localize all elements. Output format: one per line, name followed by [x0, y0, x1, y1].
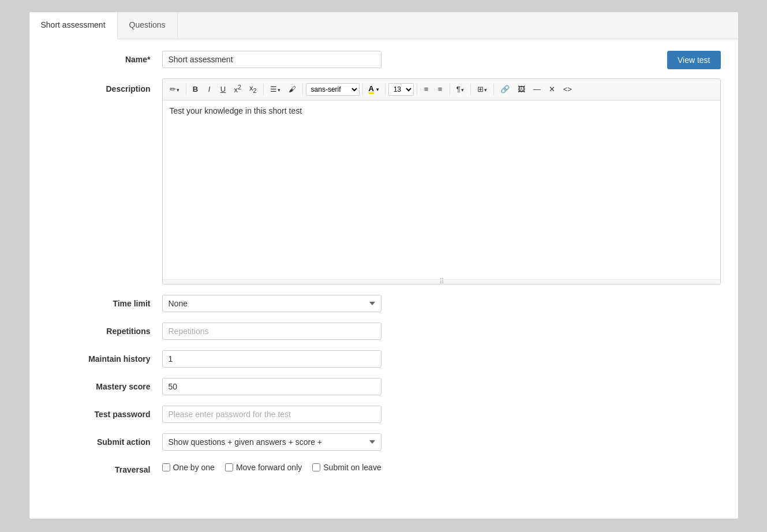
bold-button[interactable]: B [189, 83, 202, 96]
time-limit-select[interactable]: None 5 minutes 10 minutes 15 minutes 30 … [162, 295, 381, 312]
repetitions-input[interactable] [162, 323, 381, 340]
font-select[interactable]: sans-serif serif monospace [306, 83, 360, 96]
tab-questions[interactable]: Questions [118, 12, 178, 39]
submit-action-select[interactable]: Show questions + given answers + score +… [162, 433, 381, 451]
link-button[interactable]: 🔗 [497, 83, 513, 96]
mastery-score-row: Mastery score [47, 378, 721, 395]
align-button[interactable]: ☰ [267, 83, 284, 96]
description-label: Description [47, 78, 162, 93]
table-button[interactable]: ⊞ [474, 83, 491, 96]
sep-6 [417, 84, 417, 95]
editor-resize-handle[interactable] [163, 279, 720, 284]
name-label: Name* [47, 51, 162, 64]
maintain-history-row: Maintain history [47, 350, 721, 368]
traversal-label: Traversal [47, 461, 162, 474]
sep-4 [362, 84, 363, 95]
sep-3 [302, 84, 303, 95]
hr-button[interactable]: — [530, 83, 544, 96]
font-size-select[interactable]: 13 10 11 12 14 16 18 [388, 83, 414, 96]
test-password-label: Test password [47, 406, 162, 419]
traversal-checkbox-group: One by one Move forward only Submit on l… [162, 463, 381, 472]
remove-format-button[interactable]: ✕ [545, 83, 559, 96]
name-input[interactable] [162, 51, 381, 68]
main-card: Short assessment Questions View test Nam… [29, 12, 739, 519]
ordered-list-button[interactable]: ≡ [434, 83, 447, 96]
sep-2 [263, 84, 264, 95]
code-button[interactable]: <> [560, 83, 575, 96]
sep-7 [450, 84, 450, 95]
submit-on-leave-label: Submit on leave [323, 463, 381, 472]
time-limit-row: Time limit None 5 minutes 10 minutes 15 … [47, 295, 721, 312]
tabs-bar: Short assessment Questions [29, 12, 738, 39]
maintain-history-label: Maintain history [47, 350, 162, 364]
editor-toolbar: ✏ B I U x2 x2 ☰ 🖌 [163, 79, 720, 100]
test-password-input[interactable] [162, 406, 381, 423]
traversal-row: Traversal One by one Move forward only S… [47, 461, 721, 474]
description-row: Description ✏ B I U x2 x2 [47, 78, 721, 284]
sep-1 [186, 84, 186, 95]
format-button[interactable]: ✏ [166, 83, 183, 96]
color-a-letter: A [369, 85, 374, 94]
unordered-list-button[interactable]: ≡ [420, 83, 433, 96]
mastery-score-input[interactable] [162, 378, 381, 395]
traversal-submit-on-leave[interactable]: Submit on leave [312, 463, 381, 472]
time-limit-label: Time limit [47, 295, 162, 308]
description-content-area[interactable]: Test your knowledge in this short test [163, 100, 720, 279]
submit-action-row: Submit action Show questions + given ans… [47, 433, 721, 451]
name-row: Name* [47, 51, 721, 68]
paragraph-button[interactable]: ¶ [453, 83, 467, 96]
underline-button[interactable]: U [217, 83, 230, 96]
submit-on-leave-checkbox[interactable] [312, 463, 320, 471]
sep-9 [493, 84, 494, 95]
move-forward-only-checkbox[interactable] [225, 463, 233, 471]
repetitions-row: Repetitions [47, 323, 721, 340]
mastery-score-label: Mastery score [47, 378, 162, 391]
color-button[interactable]: A ▾ [366, 83, 382, 96]
test-password-row: Test password [47, 406, 721, 423]
description-editor: ✏ B I U x2 x2 ☰ 🖌 [162, 78, 721, 284]
maintain-history-input[interactable] [162, 350, 381, 368]
subscript-button[interactable]: x2 [246, 81, 260, 97]
view-test-button[interactable]: View test [667, 51, 721, 69]
move-forward-only-label: Move forward only [236, 463, 302, 472]
sep-5 [385, 84, 386, 95]
one-by-one-checkbox[interactable] [162, 463, 170, 471]
submit-action-label: Submit action [47, 433, 162, 447]
sep-8 [470, 84, 471, 95]
paint-button[interactable]: 🖌 [285, 83, 300, 96]
italic-button[interactable]: I [203, 83, 216, 96]
tab-short-assessment[interactable]: Short assessment [29, 12, 118, 39]
image-button[interactable]: 🖼 [514, 83, 529, 96]
form-content: View test Name* Description ✏ B I U [29, 39, 738, 502]
traversal-one-by-one[interactable]: One by one [162, 463, 215, 472]
superscript-button[interactable]: x2 [231, 81, 245, 98]
one-by-one-label: One by one [173, 463, 215, 472]
repetitions-label: Repetitions [47, 323, 162, 336]
traversal-move-forward-only[interactable]: Move forward only [225, 463, 302, 472]
color-arrow: ▾ [376, 87, 379, 92]
